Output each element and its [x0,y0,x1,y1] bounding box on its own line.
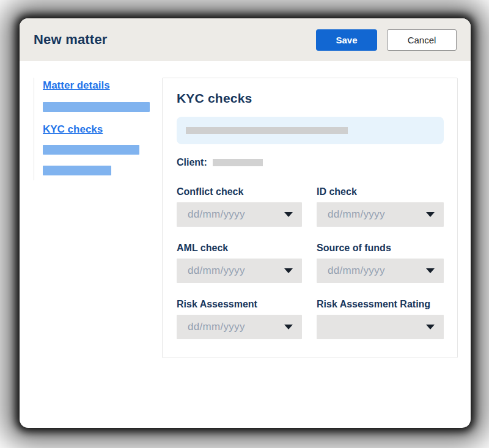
field-label: Risk Assessment [177,299,302,310]
chevron-down-icon [284,325,293,329]
aml-check-date-select[interactable]: dd/mm/yyyy [177,259,302,283]
conflict-check-date-select[interactable]: dd/mm/yyyy [177,202,302,227]
field-source-of-funds: Source of funds dd/mm/yyyy [317,243,444,283]
field-label: ID check [317,186,444,197]
modal-body: Matter details KYC checks KYC checks Cli… [20,61,471,358]
field-risk-assessment-rating: Risk Assessment Rating [317,299,444,339]
chevron-down-icon [284,212,293,217]
chevron-down-icon [284,268,293,273]
info-banner [177,117,444,144]
client-row: Client: [177,157,444,168]
header-actions: Save Cancel [316,29,457,51]
skeleton-bar [43,166,111,175]
section-nav-sidebar: Matter details KYC checks [34,78,162,180]
kyc-checks-panel: KYC checks Client: Conflict check dd/mm/… [162,78,458,358]
field-label: AML check [177,243,302,254]
field-risk-assessment: Risk Assessment dd/mm/yyyy [177,299,302,339]
select-placeholder: dd/mm/yyyy [328,208,385,221]
page-background: New matter Save Cancel Matter details KY… [0,0,489,448]
id-check-date-select[interactable]: dd/mm/yyyy [317,202,444,227]
field-label: Source of funds [317,243,444,254]
select-placeholder: dd/mm/yyyy [188,321,245,333]
field-id-check: ID check dd/mm/yyyy [317,186,444,227]
chevron-down-icon [426,325,435,329]
skeleton-bar [186,127,348,134]
save-button[interactable]: Save [316,29,377,51]
select-placeholder: dd/mm/yyyy [188,208,245,221]
risk-assessment-date-select[interactable]: dd/mm/yyyy [177,315,302,339]
field-conflict-check: Conflict check dd/mm/yyyy [177,186,302,227]
modal-header: New matter Save Cancel [20,18,471,61]
select-placeholder: dd/mm/yyyy [328,265,385,277]
field-label: Risk Assessment Rating [317,299,444,310]
cancel-button[interactable]: Cancel [387,29,457,51]
sidebar-link-matter-details[interactable]: Matter details [43,79,110,92]
chevron-down-icon [426,212,435,217]
new-matter-modal: New matter Save Cancel Matter details KY… [20,18,471,428]
skeleton-bar [43,102,150,112]
chevron-down-icon [426,268,435,273]
skeleton-bar [43,145,139,155]
client-label: Client: [177,157,207,168]
field-aml-check: AML check dd/mm/yyyy [177,243,302,283]
panel-title: KYC checks [177,91,444,106]
risk-assessment-rating-select[interactable] [317,315,444,339]
sidebar-link-kyc-checks[interactable]: KYC checks [43,123,103,136]
modal-title: New matter [34,32,316,48]
select-placeholder: dd/mm/yyyy [188,265,245,277]
source-of-funds-date-select[interactable]: dd/mm/yyyy [317,259,444,283]
skeleton-bar [213,159,263,166]
field-label: Conflict check [177,186,302,197]
sidebar-nav: Matter details KYC checks [34,78,162,180]
kyc-form-grid: Conflict check dd/mm/yyyy ID check dd/mm… [177,186,444,339]
